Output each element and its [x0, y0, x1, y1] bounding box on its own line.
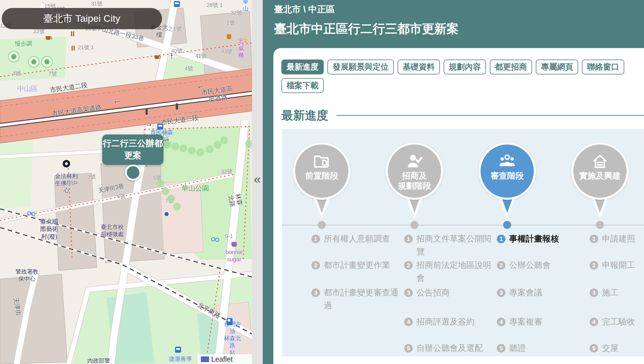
step-number-badge: 5	[404, 344, 413, 353]
step-label: 事權計畫報核	[509, 232, 559, 245]
step-item: 1申請建照	[590, 232, 644, 259]
map-label: 32號	[221, 168, 232, 175]
playground-icon	[41, 56, 53, 68]
tree-icon	[157, 179, 164, 187]
map-label: 宏威機	[236, 37, 246, 59]
tab-3[interactable]: 規劃內容	[444, 60, 486, 74]
tree-icon	[197, 149, 204, 156]
tree-icon	[206, 146, 214, 153]
tab-0[interactable]: 最新進度	[281, 60, 324, 74]
phase-balloon-2[interactable]: 審查階段	[479, 143, 536, 200]
step-item: 5自辦公聽會及選配	[404, 342, 496, 355]
step-number-badge: 3	[497, 288, 505, 297]
leaflet-attribution[interactable]: Leaflet	[197, 354, 252, 364]
map-label: 28號 1	[207, 2, 223, 9]
map-label: bonnie sugar	[226, 249, 243, 263]
map-label: 35之1號	[162, 25, 182, 32]
map-label: 6號	[117, 193, 126, 200]
tab-7[interactable]: 檔案下載	[281, 78, 324, 93]
map-label: 臺北市稅 捐稽徵處	[101, 223, 124, 238]
popup-line1: 行二行三公辦都	[102, 137, 163, 149]
map-label: 40號	[171, 48, 183, 54]
page-title: 臺北市中正區行二行三都市更新案	[274, 21, 459, 37]
map-label: 慢步調	[15, 40, 32, 47]
tree-icon	[214, 141, 222, 149]
project-map-marker[interactable]	[125, 165, 141, 181]
map-label: 中山區	[17, 84, 38, 93]
map-label: 4號	[12, 70, 21, 77]
leaflet-map[interactable]: 中山北路一段33巷市民大道二段市民大道二段市民大道高架道路市民大道高架道路北平東…	[0, 0, 252, 364]
phase-label: 前置階段	[305, 171, 338, 181]
progress-timeline-panel: 前置階段1所有權人意願調查2都市計畫變更作業3都市計畫變更審查通過招商及規劃階段…	[282, 129, 644, 356]
step-number-badge: 2	[590, 261, 598, 270]
step-label: 完工驗收	[602, 315, 635, 328]
step-number-badge: 4	[497, 318, 505, 326]
phase-balloon-3[interactable]: 實施及興建	[571, 143, 629, 200]
phase-steps-column-1: 1招商文件草案公開閱覽2招商前法定地區說明會3公告招商4招商評選及簽約5自辦公聽…	[404, 232, 496, 355]
step-number-badge: 1	[497, 235, 505, 243]
map-label: ↑	[170, 52, 174, 61]
map-label: 華山公園	[181, 184, 209, 193]
tab-1[interactable]: 發展願景與定位	[327, 60, 394, 74]
collapse-panel-button[interactable]: «	[252, 171, 263, 187]
bus-icon	[157, 124, 163, 130]
playground-icon	[8, 51, 19, 62]
step-number-badge: 2	[404, 261, 413, 270]
step-label: 招商文件草案公開閱覽	[416, 232, 496, 258]
map-label: 1號	[226, 19, 235, 26]
phase-balloon-0[interactable]: 前置階段	[293, 143, 350, 200]
traffic-light-icon	[145, 108, 148, 115]
map-label: 天津街	[12, 297, 23, 316]
step-number-badge: 3	[404, 288, 413, 297]
map-label: ←	[196, 80, 205, 91]
bus-icon	[175, 347, 181, 353]
phase-balloon-1[interactable]: 招商及規劃階段	[386, 143, 443, 200]
map-label: 華山	[242, 0, 249, 12]
step-item: 1所有權人意願調查	[311, 232, 403, 259]
step-item: 1事權計畫報核	[497, 232, 588, 259]
step-item: 4完工驗收	[590, 315, 644, 342]
step-number-badge: 1	[404, 235, 413, 243]
step-label: 申請建照	[602, 232, 635, 245]
tree-icon	[188, 147, 196, 155]
coffee-icon	[155, 56, 159, 59]
map-city-label-text: 臺北市 Taipei City	[44, 12, 120, 25]
breadcrumb: 臺北市 \ 中正區	[274, 3, 335, 15]
step-number-badge: 5	[497, 344, 505, 353]
step-item: 4專案複審	[497, 315, 588, 342]
timeline-dot-1	[410, 221, 418, 229]
timeline-dot-0	[318, 221, 326, 229]
map-label: 43號	[221, 48, 232, 55]
step-item: 5交屋	[590, 342, 644, 355]
phase-label: 審查階段	[491, 171, 524, 181]
tree-icon	[245, 140, 252, 148]
bicycle-icon	[27, 211, 31, 215]
tab-4[interactable]: 都更招商	[490, 60, 532, 74]
tab-bar: 最新進度發展願景與定位基礎資料規劃內容都更招商專屬網頁聯絡窗口檔案下載	[281, 60, 639, 93]
section-divider-line	[336, 115, 644, 116]
tree-icon	[167, 195, 175, 203]
timeline-dot-3	[596, 221, 604, 229]
step-label: 公告招商	[416, 286, 450, 299]
step-label: 交屋	[602, 342, 619, 355]
map-label: →	[144, 119, 153, 129]
step-label: 所有權人意願調查	[324, 232, 390, 245]
step-number-badge: 1	[311, 235, 320, 243]
step-label: 申報開工	[602, 259, 635, 272]
poi-dot	[165, 212, 169, 216]
map-label: 8號	[67, 180, 76, 187]
tab-5[interactable]: 專屬網頁	[536, 60, 578, 74]
step-label: 專案複審	[509, 315, 542, 328]
pane-divider: «	[252, 0, 263, 364]
tab-2[interactable]: 基礎資料	[398, 60, 440, 74]
step-item: 5聽證	[497, 342, 588, 355]
step-item: 4招商評選及簽約	[404, 315, 496, 342]
section-title: 最新進度	[281, 108, 328, 123]
map-label: 41號	[195, 53, 207, 60]
section-header: 最新進度	[281, 108, 644, 123]
step-item: 3專案會議	[497, 286, 588, 315]
cupcake-icon	[232, 242, 237, 247]
tree-icon	[164, 141, 171, 149]
step-label: 都市計畫變更審查通過	[324, 286, 403, 312]
tab-6[interactable]: 聯絡窗口	[582, 60, 624, 74]
